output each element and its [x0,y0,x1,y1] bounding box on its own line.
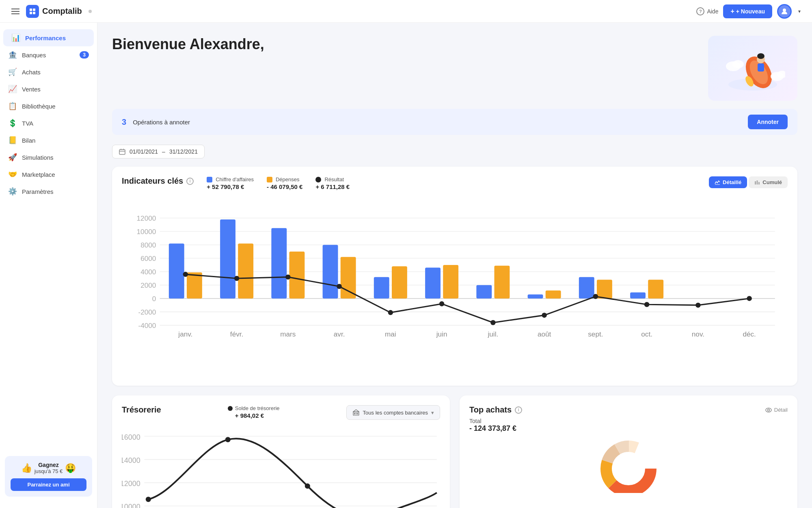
sidebar-item-banques[interactable]: 🏦 Banques 3 [0,46,97,63]
svg-rect-51 [374,277,389,299]
indicateurs-card: Indicateurs clés i Chiffre d'affaires + … [112,167,797,386]
legend-depenses: Dépenses - 46 079,50 € [267,176,302,190]
parametres-icon: ⚙️ [8,187,17,196]
chart-legend: Chiffre d'affaires + 52 790,78 € Dépense… [207,176,696,190]
date-range-picker[interactable]: 01/01/2021 – 31/12/2021 [112,145,205,158]
legend-depenses-label: Dépenses [276,176,300,182]
banques-icon: 🏦 [8,50,17,59]
indicateurs-chart: 120001000080006000400020000-2000-4000jan… [122,198,788,376]
help-icon: ? [696,7,704,15]
chevron-down-icon[interactable]: ▾ [797,7,802,16]
tresorerie-selector[interactable]: Tous les comptes bancaires ▾ [346,405,440,420]
toggle-cumule-button[interactable]: Cumulé [749,176,788,188]
promo-subtitle: jusqu'à 75 € [35,468,63,474]
tresorerie-chart: 16000 14000 12000 10000 [122,426,440,508]
svg-text:10000: 10000 [122,503,140,508]
svg-text:6000: 6000 [140,254,156,263]
indicateurs-title: Indicateurs clés [122,176,183,186]
sidebar-item-bibliotheque[interactable]: 📋 Bibliothèque [0,98,97,115]
svg-point-104 [767,409,769,411]
svg-rect-55 [443,265,458,298]
svg-rect-43 [238,243,253,298]
svg-point-76 [234,276,239,281]
svg-rect-39 [169,243,184,298]
top-achats-total-value: - 124 373,87 € [469,424,788,433]
svg-point-82 [542,313,546,317]
legend-depenses-value: - 46 079,50 € [267,183,302,190]
svg-rect-60 [528,295,543,299]
legend-ca: Chiffre d'affaires + 52 790,78 € [207,176,254,190]
svg-point-80 [439,301,444,306]
svg-text:0: 0 [152,295,156,303]
legend-resultat-label: Résultat [324,176,344,182]
svg-text:14000: 14000 [122,456,140,465]
svg-rect-46 [289,252,304,298]
svg-text:-2000: -2000 [138,308,156,316]
svg-text:oct.: oct. [641,330,652,338]
svg-point-103 [766,408,771,412]
bilan-icon: 📒 [8,136,17,145]
sidebar-item-bilan[interactable]: 📒 Bilan [0,132,97,149]
sidebar-item-simulations[interactable]: 🚀 Simulations [0,149,97,166]
svg-point-85 [695,303,700,308]
tresorerie-legend: Solde de trésorerie + 984,02 € [228,405,280,419]
user-avatar[interactable] [777,4,792,19]
help-button[interactable]: ? Aide [696,7,718,15]
simulations-icon: 🚀 [8,153,17,162]
svg-rect-19 [758,182,760,185]
svg-rect-88 [354,413,355,415]
top-achats-detail-button[interactable]: Détail [765,407,788,413]
calendar-icon [119,148,125,155]
svg-text:sept.: sept. [588,330,603,338]
top-achats-total-label: Total [469,418,788,424]
topnav: Comptalib ? Aide + + Nouveau ▾ [0,0,812,23]
parrainage-button[interactable]: Parrainez un ami [11,478,86,491]
svg-point-110 [612,452,645,485]
svg-point-86 [747,296,752,301]
tresorerie-title: Trésorerie [122,405,161,415]
top-achats-card: Top achats i Détail Total - 124 373,87 € [460,395,797,508]
sidebar-item-parametres[interactable]: ⚙️ Paramètres [0,183,97,200]
info-icon: i [186,178,194,185]
selector-chevron-icon: ▾ [431,410,434,416]
tresorerie-card: Trésorerie Solde de trésorerie + 984,02 … [112,395,450,508]
svg-text:févr.: févr. [230,330,243,338]
sidebar-item-ventes[interactable]: 📈 Ventes [0,80,97,98]
svg-rect-40 [187,272,202,298]
sidebar-item-tva[interactable]: 💲 TVA [0,115,97,132]
top-achats-title: Top achats i [469,405,522,415]
svg-rect-16 [119,150,125,154]
svg-point-11 [757,53,764,59]
svg-rect-52 [392,266,407,298]
sidebar-item-performances[interactable]: 📊 Performances [3,29,94,46]
svg-rect-66 [630,293,646,299]
date-start: 01/01/2021 [130,148,158,155]
svg-point-81 [490,320,495,325]
new-button[interactable]: + + Nouveau [723,4,772,18]
notif-text: Opérations à annoter [133,119,741,126]
svg-rect-17 [755,181,756,185]
app-name: Comptalib [42,7,82,16]
promo-emoji: 👍 [21,463,32,473]
toggle-detail-button[interactable]: Détaillé [709,176,747,188]
svg-text:avr.: avr. [334,330,345,338]
hamburger-button[interactable] [10,7,21,16]
legend-resultat: Résultat + 6 711,28 € [315,176,350,190]
ventes-icon: 📈 [8,85,17,93]
svg-point-4 [783,9,786,12]
date-separator: – [162,148,165,155]
svg-text:2000: 2000 [140,281,156,289]
sidebar-label-ventes: Ventes [22,86,41,93]
svg-text:nov.: nov. [692,330,704,338]
svg-rect-0 [30,9,32,11]
sidebar-item-marketplace[interactable]: 🤝 Marketplace [0,166,97,183]
sidebar-label-bibliotheque: Bibliothèque [22,103,56,110]
sidebar-label-banques: Banques [22,52,46,59]
svg-rect-3 [33,12,35,14]
svg-text:12000: 12000 [122,480,140,488]
svg-point-84 [644,302,649,307]
svg-point-79 [388,310,393,315]
annoter-button[interactable]: Annoter [748,115,788,129]
sidebar-item-achats[interactable]: 🛒 Achats [0,63,97,80]
svg-point-13 [732,60,744,68]
